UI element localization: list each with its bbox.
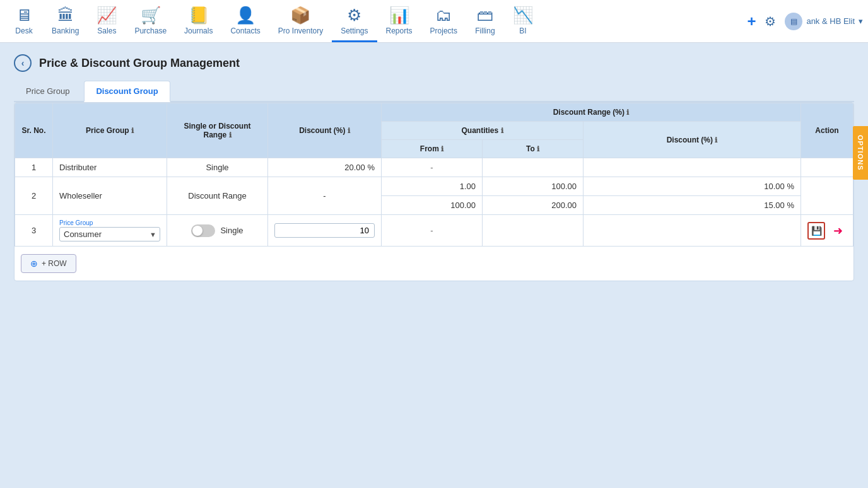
settings-icon: ⚙ (347, 6, 361, 25)
row2-price-group: Wholeseller (53, 177, 167, 215)
nav-label-bi: BI (519, 26, 526, 35)
to-info-icon: ℹ (537, 145, 539, 153)
nav-item-journals[interactable]: 📒 Journals (175, 1, 221, 42)
row1-discount: 20.00 % (268, 158, 382, 177)
col-quantities: Quantities ℹ (382, 122, 584, 140)
col-from: From ℹ (382, 140, 483, 158)
add-row-label: + ROW (42, 259, 67, 268)
row1-from: - (382, 158, 483, 177)
row3-range-discount (584, 215, 801, 247)
main-content: ‹ Price & Discount Group Management Pric… (0, 43, 868, 293)
nav-item-sales[interactable]: 📈 Sales (88, 1, 126, 42)
table-row: 2 Wholeseller Discount Range - 1.00 100.… (15, 177, 853, 196)
discount-pct-info-icon: ℹ (348, 127, 350, 134)
nav-label-projects: Projects (430, 26, 457, 35)
row2-discount: - (268, 177, 382, 215)
row1-type: Single (167, 158, 268, 177)
nav-label-journals: Journals (184, 26, 213, 35)
save-row-button[interactable]: 💾 (807, 222, 825, 240)
table-row: 1 Distributer Single 20.00 % - (15, 158, 853, 177)
back-button[interactable]: ‹ (14, 54, 32, 72)
nav-item-bi[interactable]: 📉 BI (504, 1, 542, 42)
row2-sr: 2 (15, 177, 53, 215)
row3-discount-input[interactable] (274, 223, 375, 238)
projects-icon: 🗂 (435, 6, 452, 25)
from-info-icon: ℹ (441, 145, 443, 153)
col-sr-no: Sr. No. (15, 103, 53, 158)
nav-label-contacts: Contacts (230, 26, 260, 35)
col-discount-range: Discount Range (%) ℹ (382, 103, 801, 122)
nav-item-purchase[interactable]: 🛒 Purchase (126, 1, 175, 42)
nav-item-settings[interactable]: ⚙ Settings (332, 1, 377, 42)
back-icon: ‹ (21, 58, 25, 68)
row3-sr: 3 (15, 215, 53, 247)
add-row-button[interactable]: ⊕ + ROW (21, 254, 76, 273)
user-label: ank & HB Elit (806, 16, 855, 26)
bi-icon: 📉 (513, 6, 533, 25)
nav-label-banking: Banking (52, 26, 79, 35)
price-group-field-label: Price Group (59, 219, 160, 226)
sales-icon: 📈 (97, 6, 117, 25)
nav-item-banking[interactable]: 🏛 Banking (43, 1, 88, 42)
add-button[interactable]: + (747, 13, 756, 30)
row3-type-toggle: Single (167, 215, 268, 247)
row1-range-discount (584, 158, 801, 177)
col-action: Action (801, 103, 853, 158)
row2-range1-to: 100.00 (483, 177, 584, 196)
nav-item-projects[interactable]: 🗂 Projects (421, 1, 466, 42)
user-menu[interactable]: ▤ ank & HB Elit ▾ (785, 13, 863, 30)
col-to: To ℹ (483, 140, 584, 158)
discount-range-pct-info-icon: ℹ (715, 136, 717, 144)
reports-icon: 📊 (389, 6, 409, 25)
discount-group-table: Sr. No. Price Group ℹ Single or Discount… (15, 103, 853, 247)
purchase-icon: 🛒 (141, 6, 161, 25)
avatar: ▤ (785, 13, 802, 30)
row3-from: - (382, 215, 483, 247)
journals-icon: 📒 (189, 6, 209, 25)
page-header: ‹ Price & Discount Group Management (14, 54, 854, 72)
row2-type: Discount Range (167, 177, 268, 215)
save-icon: 💾 (811, 226, 822, 236)
nav-item-filling[interactable]: 🗃 Filling (466, 1, 504, 42)
options-tab[interactable]: OPTIONS (853, 126, 868, 180)
nav-label-settings: Settings (341, 26, 368, 35)
row2-range2-from: 100.00 (382, 196, 483, 215)
nav-right: + ⚙ ▤ ank & HB Elit ▾ (747, 13, 863, 30)
nav-item-contacts[interactable]: 👤 Contacts (221, 1, 269, 42)
row3-type-label: Single (220, 226, 243, 235)
nav-label-desk: Desk (15, 26, 32, 35)
quantities-info-icon: ℹ (501, 127, 503, 134)
single-discount-toggle[interactable] (191, 224, 215, 237)
col-discount-pct: Discount (%) ℹ (268, 103, 382, 158)
gear-icon[interactable]: ⚙ (765, 14, 776, 29)
nav-label-filling: Filling (475, 26, 495, 35)
row1-to (483, 158, 584, 177)
nav-item-desk[interactable]: 🖥 Desk (5, 1, 43, 42)
table-row: 3 Price Group Consumer Distributer Whole… (15, 215, 853, 247)
row1-action (801, 158, 853, 177)
col-price-group: Price Group ℹ (53, 103, 167, 158)
page-title: Price & Discount Group Management (39, 57, 240, 70)
desk-icon: 🖥 (16, 6, 32, 25)
row2-range1-from: 1.00 (382, 177, 483, 196)
contacts-icon: 👤 (235, 6, 255, 25)
nav-item-pro-inventory[interactable]: 📦 Pro Inventory (269, 1, 332, 42)
top-navigation: 🖥 Desk 🏛 Banking 📈 Sales 🛒 Purchase 📒 Jo… (0, 0, 868, 43)
col-discount-range-pct: Discount (%) ℹ (584, 122, 801, 158)
nav-label-sales: Sales (97, 26, 116, 35)
price-group-select[interactable]: Consumer Distributer Wholeseller (59, 227, 160, 241)
nav-item-reports[interactable]: 📊 Reports (377, 1, 421, 42)
nav-label-purchase: Purchase (134, 26, 167, 35)
tab-discount-group[interactable]: Discount Group (84, 81, 170, 102)
single-range-info-icon: ℹ (229, 131, 232, 139)
delete-row-button[interactable]: ➜ (829, 222, 847, 240)
row3-actions: 💾 ➜ (807, 222, 847, 240)
tab-price-group[interactable]: Price Group (14, 81, 81, 101)
col-single-or-discount-range: Single or Discount Range ℹ (167, 103, 268, 158)
row2-range2-to: 200.00 (483, 196, 584, 215)
nav-label-pro-inventory: Pro Inventory (278, 26, 323, 35)
row1-sr: 1 (15, 158, 53, 177)
toggle-knob (192, 226, 202, 236)
filling-icon: 🗃 (477, 6, 493, 25)
row3-price-group-cell: Price Group Consumer Distributer Wholese… (53, 215, 167, 247)
